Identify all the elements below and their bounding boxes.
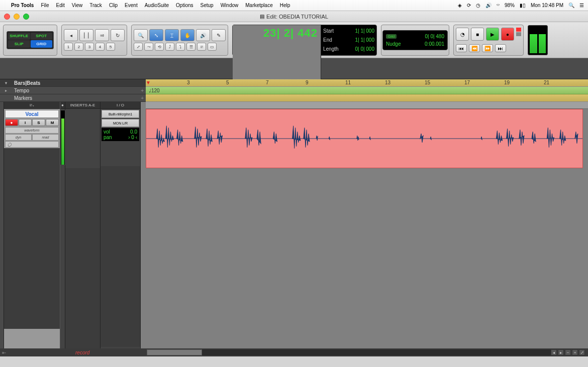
counter-main-value[interactable]: 23| 2| 442	[236, 27, 318, 40]
link-timeline-icon[interactable]: ⤳	[144, 43, 153, 51]
track-input-button[interactable]: I	[19, 119, 32, 126]
avid-icon[interactable]: ◈	[458, 3, 462, 8]
end-value[interactable]: 1| 1| 000	[355, 37, 374, 43]
track-elastic-icon[interactable]: ◯	[5, 141, 59, 148]
mirror-edit-icon[interactable]: ☰	[186, 43, 195, 51]
record-button[interactable]: ●	[501, 28, 514, 41]
mode-spot[interactable]: SPOT	[31, 33, 53, 40]
trim-icon[interactable]: ⎪⎪	[79, 29, 93, 41]
playhead-marker-icon[interactable]: ▼	[146, 80, 151, 85]
menu-marketplace[interactable]: Marketplace	[245, 3, 272, 8]
video-icon[interactable]: ▭	[208, 43, 217, 51]
link-edit-icon[interactable]: ⟲	[155, 43, 164, 51]
stop-button[interactable]: ■	[471, 28, 484, 41]
grid-label[interactable]: Grid	[386, 34, 397, 39]
track-view-selector[interactable]: ⎚▾	[4, 102, 60, 109]
sync-icon[interactable]: ⟳	[467, 3, 471, 8]
menu-view[interactable]: View	[72, 3, 83, 8]
rtz-button[interactable]: ⏮	[456, 44, 467, 52]
grabber-tool-icon[interactable]: ✋	[180, 29, 194, 41]
mode-slip[interactable]: SLIP	[8, 40, 30, 48]
track-list-gutter[interactable]	[0, 102, 4, 348]
ruler-markers-label[interactable]: Markers+	[0, 94, 146, 102]
output-selector[interactable]: MON L/R	[102, 119, 139, 127]
ruler-tempo[interactable]: ♩120	[146, 87, 588, 94]
scrubber-tool-icon[interactable]: 🔊	[196, 29, 210, 41]
layered-edit-icon[interactable]: ⎚	[197, 43, 206, 51]
fforward-button[interactable]: ⏩	[482, 44, 493, 52]
pencil-tool-icon[interactable]: ✎	[212, 29, 226, 41]
wifi-icon[interactable]: ⌔	[497, 3, 500, 8]
pan-value[interactable]: › 0 ‹	[128, 135, 137, 140]
play-button[interactable]: ▶	[486, 28, 499, 41]
audio-clip[interactable]	[146, 109, 583, 168]
insertion-follows-icon[interactable]: ⤴	[165, 43, 174, 51]
zoom-preset-2[interactable]: 2	[74, 43, 83, 51]
menu-help[interactable]: Help	[280, 3, 290, 8]
vol-value[interactable]: 0.0	[130, 129, 137, 135]
ruler-bars-beats[interactable]: ▼ 3 5 7 9 11 13 15 17 19 21	[146, 79, 588, 87]
menu-track[interactable]: Track	[89, 3, 102, 8]
menu-file[interactable]: File	[41, 3, 49, 8]
zoom-preset-5[interactable]: 5	[106, 43, 115, 51]
track-auto-dyn[interactable]: dyn	[5, 134, 32, 141]
tab-transient-icon[interactable]: ⥤	[95, 29, 109, 41]
h-scrollbar-track[interactable]	[147, 349, 553, 355]
h-scrollbar-thumb[interactable]	[147, 349, 202, 355]
ruler-markers[interactable]	[146, 94, 588, 102]
rec-mode-indicator[interactable]	[516, 28, 521, 32]
scroll-left-btn[interactable]: ◂	[551, 349, 557, 355]
maximize-button[interactable]	[23, 14, 29, 20]
minimize-button[interactable]	[14, 14, 20, 20]
close-button[interactable]	[4, 14, 10, 20]
track-auto-mode[interactable]: read	[32, 134, 59, 141]
ruler-tempo-label[interactable]: ▸Tempo+	[0, 87, 146, 94]
scroll-left-icon[interactable]: ⇤	[2, 350, 6, 355]
mode-grid[interactable]: GRID	[31, 40, 53, 48]
timeline[interactable]	[146, 102, 588, 348]
shuffle-lock-icon[interactable]: ⤢	[134, 43, 143, 51]
menu-options[interactable]: Options	[176, 3, 193, 8]
zoom-toggle-icon[interactable]: ◂	[64, 29, 78, 41]
online-button[interactable]: ◔	[456, 28, 469, 41]
battery-icon[interactable]: ▮▯	[520, 3, 526, 8]
menu-event[interactable]: Event	[125, 3, 138, 8]
track-solo-button[interactable]: S	[32, 119, 45, 126]
grid-value[interactable]: 0| 0| 480	[425, 34, 444, 39]
nudge-value[interactable]: 0:00.001	[425, 41, 444, 47]
zoom-preset-3[interactable]: 3	[85, 43, 94, 51]
zoomer-tool-icon[interactable]: 🔍	[134, 29, 148, 41]
zoom-in-btn[interactable]: +	[572, 349, 578, 355]
rec-mode-indicator-2[interactable]	[516, 32, 521, 36]
zoom-out-btn[interactable]: −	[565, 349, 571, 355]
trim-tool-icon[interactable]: ⤡	[149, 29, 163, 41]
mode-shuffle[interactable]: SHUFFLE	[8, 33, 30, 40]
zoom-preset-1[interactable]: 1	[64, 43, 73, 51]
app-name[interactable]: Pro Tools	[11, 3, 34, 8]
length-value[interactable]: 0| 0| 000	[355, 46, 374, 52]
rewind-button[interactable]: ⏪	[469, 44, 480, 52]
auto-follows-icon[interactable]: ⤵	[176, 43, 185, 51]
loop-icon[interactable]: ↻	[111, 29, 125, 41]
notifications-icon[interactable]: ☰	[579, 3, 584, 8]
ruler-bars-label[interactable]: ▾Bars|Beats	[0, 79, 146, 87]
volume-icon[interactable]: 🔊	[485, 3, 492, 8]
menu-clip[interactable]: Clip	[109, 3, 118, 8]
track-rec-button[interactable]: ●	[5, 119, 18, 126]
goto-end-button[interactable]: ⏭	[495, 44, 506, 52]
zoom-preset-4[interactable]: 4	[95, 43, 105, 51]
selector-tool-icon[interactable]: ⌶	[165, 29, 179, 41]
track-mute-button[interactable]: M	[46, 119, 59, 126]
input-selector[interactable]: Built-nMcrphn1	[102, 110, 139, 118]
menu-setup[interactable]: Setup	[201, 3, 214, 8]
scroll-right-btn[interactable]: ▸	[558, 349, 564, 355]
menu-audiosuite[interactable]: AudioSuite	[145, 3, 169, 8]
spotlight-icon[interactable]: 🔍	[568, 3, 574, 8]
track-view-mode[interactable]: waveform	[5, 127, 59, 134]
clock-icon[interactable]: ◷	[476, 3, 480, 8]
start-value[interactable]: 1| 1| 000	[355, 28, 374, 34]
menu-edit[interactable]: Edit	[56, 3, 65, 8]
track-name[interactable]: Vocal	[5, 110, 59, 118]
zoom-fit-btn[interactable]: ⤢	[579, 349, 585, 355]
menu-window[interactable]: Window	[221, 3, 239, 8]
